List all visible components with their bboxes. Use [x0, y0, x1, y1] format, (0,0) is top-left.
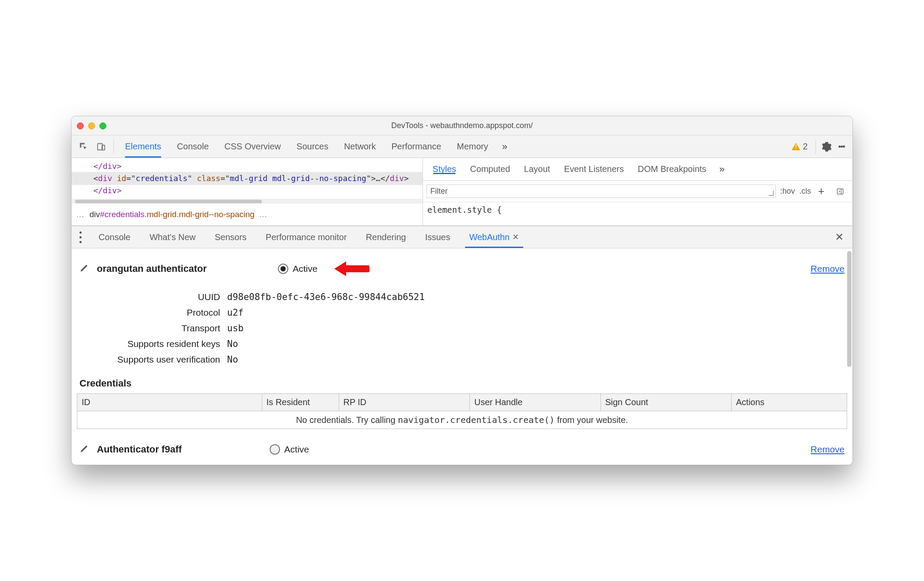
separator [815, 140, 816, 154]
kv-user-verification: Supports user verificationNo [77, 352, 847, 367]
dom-tree[interactable]: ⋯ </div> <div id="credentials" class="md… [72, 158, 422, 199]
tab-css-overview[interactable]: CSS Overview [217, 135, 289, 158]
active-radio-group: Active [270, 444, 309, 455]
more-options-button[interactable] [834, 139, 849, 154]
empty-text-pre: No credentials. Try calling [296, 415, 398, 425]
active-radio[interactable] [278, 264, 288, 274]
authenticator-block: Authenticator f9aff Active Remove [77, 436, 847, 459]
tab-dom-breakpoints[interactable]: DOM Breakpoints [631, 164, 713, 174]
drawer-tab-issues[interactable]: Issues [416, 226, 460, 248]
inspect-element-icon[interactable] [78, 141, 90, 153]
pencil-icon [79, 444, 89, 453]
active-label: Active [293, 264, 317, 274]
drawer-close-button[interactable]: ✕ [829, 231, 850, 243]
main-tabs: Elements Console CSS Overview Sources Ne… [117, 135, 496, 158]
styles-toolbar: Filter hov cls + [423, 181, 852, 202]
tab-computed[interactable]: Computed [463, 164, 517, 174]
kv-transport: Transportusb [77, 320, 847, 336]
dom-line[interactable]: </div> [93, 161, 419, 172]
pencil-icon [79, 263, 89, 273]
styles-more-tabs[interactable]: » [713, 164, 731, 175]
credentials-table: ID Is Resident RP ID User Handle Sign Co… [77, 393, 847, 429]
drawer-tab-performance-monitor[interactable]: Performance monitor [256, 226, 356, 248]
warning-icon [792, 143, 800, 150]
kv-protocol: Protocolu2f [77, 305, 847, 320]
tab-network[interactable]: Network [336, 135, 383, 158]
active-radio-group: Active [278, 258, 370, 280]
drawer-tabs: Console What's New Sensors Performance m… [72, 226, 852, 248]
svg-rect-2 [837, 189, 843, 194]
credentials-heading: Credentials [77, 371, 847, 393]
empty-text-post: from your website. [554, 415, 628, 425]
tab-event-listeners[interactable]: Event Listeners [557, 164, 631, 174]
remove-authenticator-link[interactable]: Remove [811, 264, 845, 274]
warnings-count: 2 [803, 142, 808, 152]
col-actions[interactable]: Actions [732, 394, 847, 411]
drawer-more-button[interactable] [74, 230, 86, 244]
styles-tabs: Styles Computed Layout Event Listeners D… [423, 158, 852, 181]
toggle-computed-sidebar-icon[interactable] [834, 185, 846, 198]
col-sign-count[interactable]: Sign Count [601, 394, 731, 411]
authenticator-name: orangutan authenticator [97, 263, 207, 274]
table-empty-row: No credentials. Try calling navigator.cr… [77, 411, 847, 429]
titlebar: DevTools - webauthndemo.appspot.com/ [72, 116, 852, 135]
authenticator-name: Authenticator f9aff [97, 444, 182, 455]
dom-line[interactable]: </div> [93, 185, 419, 196]
elements-split: ⋯ </div> <div id="credentials" class="md… [72, 158, 852, 226]
tab-performance[interactable]: Performance [384, 135, 449, 158]
style-rule[interactable]: element.style { [423, 202, 852, 217]
remove-authenticator-link[interactable]: Remove [811, 444, 845, 455]
authenticator-header: orangutan authenticator Active Remove [77, 258, 847, 280]
tab-memory[interactable]: Memory [449, 135, 496, 158]
separator [113, 140, 114, 154]
dom-tree-pane: ⋯ </div> <div id="credentials" class="md… [72, 158, 423, 225]
authenticator-header: Authenticator f9aff Active Remove [77, 444, 847, 455]
col-rp-id[interactable]: RP ID [339, 394, 469, 411]
webauthn-panel: orangutan authenticator Active Remove UU… [72, 248, 852, 465]
toggle-cls-button[interactable]: cls [799, 187, 811, 196]
drawer-tab-sensors[interactable]: Sensors [205, 226, 256, 248]
col-id[interactable]: ID [77, 394, 262, 411]
kv-uuid: UUIDd98e08fb-0efc-43e6-968c-99844cab6521 [77, 289, 847, 305]
col-user-handle[interactable]: User Handle [470, 394, 601, 411]
authenticator-block: orangutan authenticator Active Remove UU… [77, 250, 847, 371]
settings-button[interactable] [819, 139, 834, 154]
breadcrumb-prev[interactable]: … [76, 210, 85, 219]
tab-sources[interactable]: Sources [289, 135, 336, 158]
empty-text-code: navigator.credentials.create() [398, 415, 554, 425]
breadcrumb-segment[interactable]: div#credentials.mdl-grid.mdl-grid--no-sp… [89, 210, 254, 219]
dom-line-selected[interactable]: <div id="credentials" class="mdl-grid md… [72, 172, 422, 185]
drawer-tab-webauthn[interactable]: WebAuthn ✕ [460, 226, 528, 248]
kv-resident-keys: Supports resident keysNo [77, 336, 847, 352]
toggle-hov-button[interactable]: hov [780, 187, 795, 196]
devtools-window: DevTools - webauthndemo.appspot.com/ Ele… [71, 116, 853, 465]
close-tab-icon[interactable]: ✕ [512, 232, 519, 242]
styles-filter-input[interactable]: Filter [426, 185, 776, 198]
drawer-tab-whats-new[interactable]: What's New [140, 226, 205, 248]
col-is-resident[interactable]: Is Resident [262, 394, 339, 411]
tab-styles[interactable]: Styles [426, 164, 463, 174]
annotation-arrow-icon [330, 258, 370, 280]
drawer-tab-console[interactable]: Console [89, 226, 140, 248]
vertical-scrollbar[interactable] [847, 251, 851, 462]
table-header-row: ID Is Resident RP ID User Handle Sign Co… [77, 394, 847, 411]
active-radio[interactable] [270, 444, 280, 455]
tab-elements[interactable]: Elements [117, 135, 169, 158]
warnings-indicator[interactable]: 2 [792, 142, 808, 152]
active-label: Active [284, 444, 309, 455]
styles-pane: Styles Computed Layout Event Listeners D… [423, 158, 852, 225]
horizontal-scrollbar[interactable] [72, 199, 422, 204]
tab-console[interactable]: Console [169, 135, 216, 158]
edit-name-button[interactable] [79, 444, 91, 455]
drawer-tab-rendering[interactable]: Rendering [356, 226, 416, 248]
gear-icon [822, 142, 832, 152]
tab-layout[interactable]: Layout [517, 164, 557, 174]
edit-name-button[interactable] [79, 263, 91, 274]
window-title: DevTools - webauthndemo.appspot.com/ [72, 121, 852, 130]
more-tabs-button[interactable]: » [496, 141, 513, 152]
new-style-rule-button[interactable]: + [815, 185, 827, 198]
main-toolbar: Elements Console CSS Overview Sources Ne… [72, 135, 852, 158]
breadcrumb[interactable]: … div#credentials.mdl-grid.mdl-grid--no-… [72, 204, 422, 225]
device-toolbar-icon[interactable] [95, 141, 107, 153]
breadcrumb-next[interactable]: … [259, 210, 268, 219]
